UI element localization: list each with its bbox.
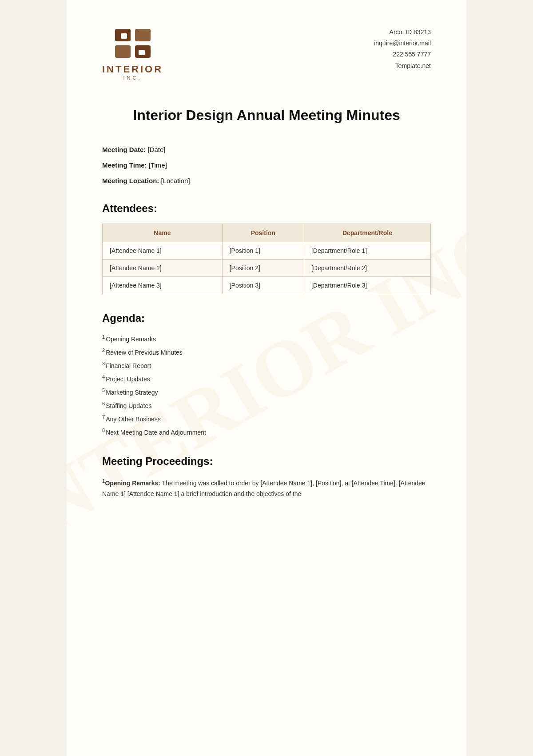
meeting-location-value-text: [Location]: [161, 177, 190, 184]
contact-address: Arco, ID 83213: [374, 27, 431, 38]
agenda-title: Agenda:: [102, 312, 431, 324]
svg-rect-4: [121, 33, 127, 39]
agenda-section: Agenda: 1Opening Remarks2Review of Previ…: [102, 312, 431, 437]
meeting-location-label: Meeting Location:: [102, 177, 159, 184]
agenda-text-3: Financial Report: [106, 362, 151, 369]
logo-section: INTERIOR INC.: [102, 27, 163, 80]
col-header-department: Department/Role: [304, 224, 430, 242]
attendee-name-3: [Attendee Name 3]: [103, 277, 223, 294]
agenda-item: 7Any Other Business: [102, 413, 431, 424]
table-row: [Attendee Name 3] [Position 3] [Departme…: [103, 277, 431, 294]
company-logo-icon: [113, 27, 153, 60]
agenda-num-1: 1: [102, 334, 105, 340]
proceedings-label-1: Opening Remarks:: [105, 480, 160, 487]
attendee-name-2: [Attendee Name 2]: [103, 260, 223, 277]
meeting-date-value-text: [Date]: [148, 146, 166, 153]
main-content: INTERIOR INC. Arco, ID 83213 inquire@int…: [102, 27, 431, 500]
agenda-text-5: Marketing Strategy: [106, 389, 158, 396]
agenda-item: 5Marketing Strategy: [102, 387, 431, 397]
agenda-item: 3Financial Report: [102, 360, 431, 371]
agenda-num-3: 3: [102, 361, 105, 366]
agenda-item: 1Opening Remarks: [102, 333, 431, 344]
company-name: INTERIOR: [102, 64, 163, 75]
agenda-num-7: 7: [102, 414, 105, 420]
agenda-item: 4Project Updates: [102, 373, 431, 384]
attendee-department-1: [Department/Role 1]: [304, 242, 430, 260]
meeting-time-label: Meeting Time:: [102, 161, 147, 169]
meeting-location-field: Meeting Location: [Location]: [102, 177, 431, 184]
agenda-list: 1Opening Remarks2Review of Previous Minu…: [102, 333, 431, 437]
agenda-text-4: Project Updates: [106, 376, 150, 383]
agenda-num-4: 4: [102, 374, 105, 380]
meeting-date-label: Meeting Date:: [102, 146, 146, 153]
agenda-num-8: 8: [102, 428, 105, 433]
attendee-department-2: [Department/Role 2]: [304, 260, 430, 277]
agenda-text-6: Staffing Updates: [106, 402, 151, 409]
attendees-title: Attendees:: [102, 202, 431, 215]
agenda-item: 6Staffing Updates: [102, 400, 431, 411]
agenda-num-6: 6: [102, 401, 105, 406]
proceedings-text: 1Opening Remarks: The meeting was called…: [102, 476, 431, 499]
attendee-position-1: [Position 1]: [222, 242, 304, 260]
contact-email: inquire@interior.mail: [374, 38, 431, 49]
agenda-text-2: Review of Previous Minutes: [106, 349, 183, 356]
contact-website: Template.net: [374, 60, 431, 72]
contact-info: Arco, ID 83213 inquire@interior.mail 222…: [374, 27, 431, 72]
agenda-text-8: Next Meeting Date and Adjournment: [106, 429, 206, 436]
meeting-date-field: Meeting Date: [Date]: [102, 146, 431, 153]
page-title: Interior Design Annual Meeting Minutes: [102, 107, 431, 124]
company-sub: INC.: [123, 75, 142, 80]
table-row: [Attendee Name 2] [Position 2] [Departme…: [103, 260, 431, 277]
contact-phone: 222 555 7777: [374, 49, 431, 60]
table-header-row: Name Position Department/Role: [103, 224, 431, 242]
proceedings-section: Meeting Proceedings: 1Opening Remarks: T…: [102, 455, 431, 499]
proceedings-paragraph: 1Opening Remarks: The meeting was called…: [102, 476, 431, 499]
meeting-time-field: Meeting Time: [Time]: [102, 161, 431, 169]
attendee-department-3: [Department/Role 3]: [304, 277, 430, 294]
agenda-num-2: 2: [102, 348, 105, 353]
col-header-position: Position: [222, 224, 304, 242]
agenda-item: 2Review of Previous Minutes: [102, 347, 431, 357]
svg-rect-5: [139, 50, 145, 55]
table-row: [Attendee Name 1] [Position 1] [Departme…: [103, 242, 431, 260]
attendees-section: Attendees: Name Position Department/Role…: [102, 202, 431, 294]
svg-rect-2: [115, 45, 131, 58]
agenda-text-7: Any Other Business: [106, 416, 161, 423]
agenda-text-1: Opening Remarks: [106, 336, 156, 343]
attendee-name-1: [Attendee Name 1]: [103, 242, 223, 260]
svg-rect-1: [135, 29, 151, 41]
attendee-position-3: [Position 3]: [222, 277, 304, 294]
meeting-info: Meeting Date: [Date] Meeting Time: [Time…: [102, 146, 431, 184]
header: INTERIOR INC. Arco, ID 83213 inquire@int…: [102, 27, 431, 80]
attendees-table: Name Position Department/Role [Attendee …: [102, 224, 431, 294]
agenda-num-5: 5: [102, 388, 105, 393]
meeting-time-value-text: [Time]: [149, 161, 167, 169]
agenda-item: 8Next Meeting Date and Adjournment: [102, 427, 431, 437]
col-header-name: Name: [103, 224, 223, 242]
attendee-position-2: [Position 2]: [222, 260, 304, 277]
page: INTERIOR INC.: [67, 0, 466, 756]
proceedings-title: Meeting Proceedings:: [102, 455, 431, 468]
